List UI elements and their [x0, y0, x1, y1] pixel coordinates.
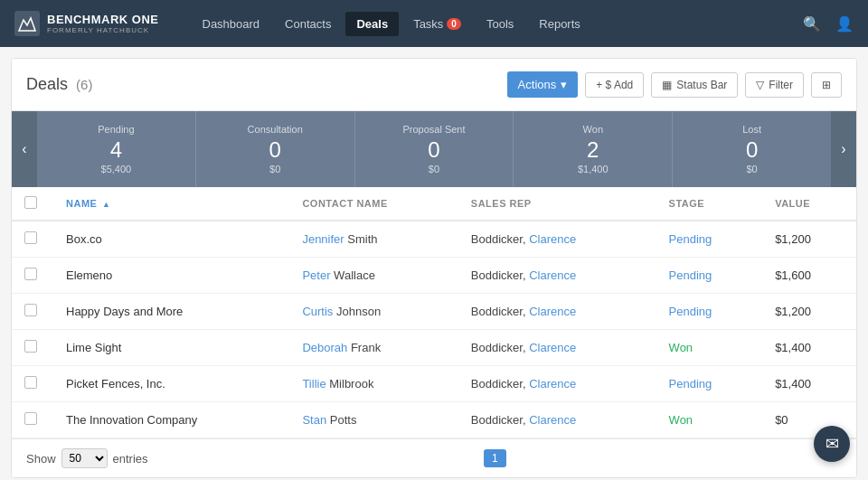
contact-name: Deborah Frank — [288, 330, 456, 366]
stage-bar: ‹ Pending 4 $5,400 Consultation 0 $0 Pro… — [12, 111, 856, 187]
rep-first[interactable]: Clarence — [529, 232, 576, 246]
deal-name[interactable]: The Innovation Company — [52, 402, 288, 438]
value-cell: $1,400 — [760, 330, 856, 366]
logo-sub: FORMERLY HATCHBUCK — [47, 26, 159, 34]
chevron-down-icon: ▾ — [561, 78, 567, 91]
stage-value: $5,400 — [44, 164, 188, 174]
header-checkbox-cell — [12, 187, 52, 221]
contact-name: Stan Potts — [288, 402, 456, 438]
stage-label: Pending — [44, 124, 188, 135]
rep-first[interactable]: Clarence — [529, 268, 576, 282]
row-checkbox[interactable] — [24, 304, 37, 316]
stage-item[interactable]: Consultation 0 $0 — [196, 111, 355, 187]
row-checkbox[interactable] — [24, 340, 37, 353]
logo: BENCHMARK ONE FORMERLY HATCHBUCK — [14, 11, 170, 36]
nav-deals[interactable]: Deals — [345, 12, 399, 36]
search-icon[interactable]: 🔍 — [803, 15, 821, 33]
stage-item[interactable]: Pending 4 $5,400 — [37, 111, 196, 187]
contact-first-name[interactable]: Jennifer — [302, 232, 344, 246]
contact-name: Peter Wallace — [288, 258, 456, 294]
rep-first[interactable]: Clarence — [529, 413, 576, 427]
table-row: Happy Days and More Curtis Johnson Boddi… — [12, 294, 856, 330]
stage-item[interactable]: Proposal Sent 0 $0 — [355, 111, 514, 187]
nav-reports[interactable]: Reports — [528, 12, 591, 36]
pagination: 1 — [148, 449, 842, 467]
status-bar-button[interactable]: ▦ Status Bar — [651, 72, 738, 98]
row-checkbox[interactable] — [24, 376, 37, 389]
rep-last: Boddicker, — [471, 413, 529, 427]
table-row: Lime Sight Deborah Frank Boddicker, Clar… — [12, 330, 856, 366]
entries-label: entries — [113, 452, 148, 466]
stage-count: 0 — [203, 138, 347, 162]
deal-name[interactable]: Elemeno — [52, 258, 288, 294]
contact-last-name: Wallace — [334, 268, 375, 282]
page-1-button[interactable]: 1 — [484, 449, 506, 467]
nav-action-icons: 🔍 👤 — [803, 15, 854, 33]
stage-item[interactable]: Lost 0 $0 — [673, 111, 831, 187]
actions-button[interactable]: Actions ▾ — [507, 71, 579, 98]
deal-name[interactable]: Lime Sight — [52, 330, 288, 366]
chat-icon: ✉ — [826, 434, 839, 454]
stage-cell: Pending — [655, 366, 761, 402]
stage-next-button[interactable]: › — [831, 111, 856, 187]
table-row: The Innovation Company Stan Potts Boddic… — [12, 402, 856, 438]
nav-tasks[interactable]: Tasks 0 — [402, 12, 472, 36]
select-all-checkbox[interactable] — [24, 196, 37, 209]
chat-button[interactable]: ✉ — [814, 426, 850, 462]
row-checkbox-cell — [12, 221, 52, 258]
nav-tools[interactable]: Tools — [476, 12, 524, 36]
col-sales-rep[interactable]: SALES REP — [457, 187, 655, 221]
contact-last-name: Frank — [351, 341, 381, 354]
stage-count: 2 — [521, 138, 665, 162]
col-value[interactable]: VALUE — [760, 187, 856, 221]
value-cell: $1,600 — [760, 258, 856, 294]
contact-first-name[interactable]: Deborah — [302, 341, 347, 354]
navbar: BENCHMARK ONE FORMERLY HATCHBUCK Dashboa… — [0, 0, 868, 47]
export-button[interactable]: ⊞ — [811, 72, 842, 98]
page-content: Deals (6) Actions ▾ + $ Add ▦ Status Bar… — [11, 58, 857, 478]
row-checkbox[interactable] — [24, 231, 37, 244]
rep-last: Boddicker, — [471, 232, 529, 246]
entries-select[interactable]: 50 25 100 — [61, 448, 108, 468]
contact-first-name[interactable]: Tillie — [302, 377, 326, 391]
tasks-badge: 0 — [447, 18, 461, 30]
stage-cell: Pending — [655, 294, 761, 330]
deal-name[interactable]: Picket Fences, Inc. — [52, 366, 288, 402]
stage-value: $0 — [363, 164, 506, 174]
stage-cell: Won — [655, 402, 761, 438]
stage-prev-button[interactable]: ‹ — [12, 111, 37, 187]
logo-text: BENCHMARK ONE — [47, 13, 159, 26]
deal-name[interactable]: Happy Days and More — [52, 294, 288, 330]
rep-first[interactable]: Clarence — [529, 341, 576, 354]
contact-first-name[interactable]: Curtis — [302, 305, 333, 318]
col-name[interactable]: NAME ▲ — [52, 187, 288, 221]
page-title: Deals (6) — [26, 75, 507, 94]
rep-last: Boddicker, — [471, 305, 529, 318]
rep-first[interactable]: Clarence — [529, 377, 576, 391]
row-checkbox[interactable] — [24, 268, 37, 280]
add-button[interactable]: + $ Add — [585, 72, 644, 98]
stage-value: $0 — [203, 164, 347, 174]
value-cell: $1,200 — [760, 294, 856, 330]
stage-label: Consultation — [203, 124, 347, 135]
stage-label: Proposal Sent — [363, 124, 506, 135]
rep-first[interactable]: Clarence — [529, 305, 576, 318]
nav-dashboard[interactable]: Dashboard — [192, 12, 271, 36]
svg-rect-0 — [14, 11, 40, 36]
nav-contacts[interactable]: Contacts — [274, 12, 342, 36]
header-actions: Actions ▾ + $ Add ▦ Status Bar ▽ Filter … — [507, 71, 842, 98]
filter-button[interactable]: ▽ Filter — [745, 72, 804, 98]
col-stage[interactable]: STAGE — [655, 187, 761, 221]
user-icon[interactable]: 👤 — [835, 15, 854, 33]
contact-first-name[interactable]: Stan — [302, 413, 326, 427]
stage-item[interactable]: Won 2 $1,400 — [514, 111, 673, 187]
row-checkbox[interactable] — [24, 412, 37, 425]
contact-first-name[interactable]: Peter — [302, 268, 330, 282]
stage-cell: Pending — [655, 221, 761, 258]
sales-rep: Boddicker, Clarence — [457, 258, 655, 294]
col-contact[interactable]: CONTACT NAME — [288, 187, 456, 221]
value-cell: $1,400 — [760, 366, 856, 402]
deal-name[interactable]: Box.co — [52, 221, 288, 258]
stage-value: $1,400 — [521, 164, 665, 174]
sales-rep: Boddicker, Clarence — [457, 294, 655, 330]
